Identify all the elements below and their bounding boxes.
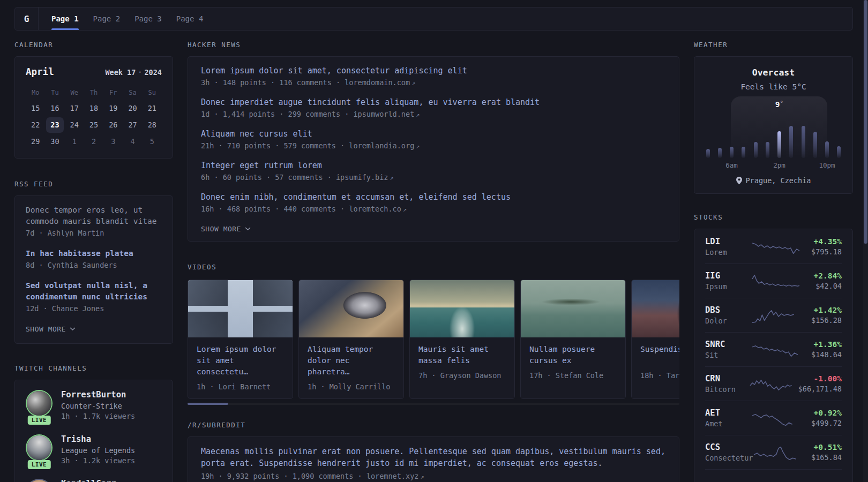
video-thumbnail (521, 280, 625, 337)
calendar-day: 24 (65, 117, 83, 133)
hn-item-title[interactable]: Donec imperdiet augue tincidunt felis al… (201, 97, 666, 108)
weekday-label: Mo (32, 86, 39, 100)
hn-item-meta: 16h · 468 points · 440 comments · loremt… (201, 204, 666, 215)
hn-item-title[interactable]: Lorem ipsum dolor sit amet, consectetur … (201, 65, 666, 76)
hn-meta-text: 16h · 468 points · 440 comments · loremt… (201, 205, 401, 213)
weekday-label: Th (90, 86, 98, 100)
stock-values: +1.36% $148.64 (800, 340, 842, 359)
stock-symbol: CRN (705, 374, 749, 383)
channel-info: Trisha League of Legends 3h · 1.2k viewe… (61, 434, 135, 465)
external-link-icon: ↗ (401, 206, 407, 213)
stock-row[interactable]: AHS +0.46% (705, 469, 842, 482)
chevron-down-icon (245, 227, 251, 231)
stock-name: Bitcorn (705, 385, 749, 394)
calendar-day-next-month: 2 (85, 134, 102, 149)
stock-row[interactable]: IIG Ipsum +2.84% $42.04 (705, 263, 842, 298)
channel-info: ForrestBurton Counter-Strike 1h · 1.7k v… (61, 390, 135, 420)
rss-item-title[interactable]: Donec tempor eros leo, ut commodo mauris… (26, 205, 162, 227)
channel-info: KendallCarr (61, 479, 116, 482)
stock-price: $156.28 (800, 316, 842, 325)
carousel-scrollbar-track (188, 403, 679, 405)
subreddit-heading: /R/SUBREDDIT (188, 421, 679, 430)
hacker-news-widget: Lorem ipsum dolor sit amet, consectetur … (188, 56, 679, 242)
stock-id: IIG Ipsum (705, 271, 751, 291)
calendar-day-next-month: 1 (65, 134, 83, 149)
rss-item-meta: 8d · Cynthia Saunders (26, 260, 162, 270)
stock-id: SNRC Sit (705, 340, 751, 359)
twitch-channel-row[interactable]: LIVE ForrestBurton Counter-Strike 1h · 1… (26, 390, 162, 420)
video-meta: 17h · Stefan Cole (529, 371, 617, 380)
hn-item-meta: 6h · 60 points · 57 comments · ipsumify.… (201, 172, 666, 183)
channel-name[interactable]: Trisha (61, 434, 135, 444)
stock-sparkline (751, 273, 800, 289)
tab-page-2[interactable]: Page 2 (93, 7, 121, 30)
stock-symbol: SNRC (705, 340, 751, 349)
rss-item-title[interactable]: In hac habitasse platea (26, 248, 162, 259)
video-title[interactable]: Mauris sit amet massa felis (418, 344, 506, 366)
tab-page-4[interactable]: Page 4 (176, 7, 204, 30)
hn-item-title[interactable]: Integer eget rutrum lorem (201, 160, 666, 171)
video-card[interactable]: Mauris sit amet massa felis 7h · Grayson… (409, 280, 515, 399)
stock-row[interactable]: SNRC Sit +1.36% $148.64 (705, 332, 842, 366)
video-card[interactable]: Aliquam tempor dolor nec pharetra… 1h · … (298, 280, 404, 399)
twitch-channel-row[interactable]: LIVE Trisha League of Legends 3h · 1.2k … (26, 434, 162, 465)
weekday-label: Sa (129, 86, 136, 100)
show-more-label: SHOW MORE (201, 225, 241, 233)
carousel-scrollbar-thumb[interactable] (188, 403, 228, 405)
calendar-day: 18 (85, 101, 102, 116)
hn-show-more-button[interactable]: SHOW MORE (201, 225, 251, 233)
stock-sparkline (749, 376, 798, 392)
external-link-icon: ↗ (414, 111, 420, 118)
calendar-day: 26 (104, 117, 122, 133)
hour-bar (766, 142, 769, 158)
calendar-day: 15 (27, 101, 44, 116)
rss-item-title[interactable]: Sed volutpat nulla nisl, a condimentum n… (26, 280, 162, 303)
app-logo: G (15, 7, 39, 30)
twitch-heading: TWITCH CHANNELS (14, 364, 173, 373)
weather-hourly-chart: 9° (706, 112, 841, 158)
stock-values: +0.92% $499.72 (800, 409, 842, 427)
external-link-icon: ↗ (418, 473, 424, 480)
rss-show-more-button[interactable]: SHOW MORE (26, 325, 76, 333)
calendar-day: 25 (85, 117, 102, 133)
calendar-widget: April Week 17·2024 Mo Tu We Th Fr Sa Su … (14, 56, 173, 159)
page-scrollbar-thumb[interactable] (864, 0, 867, 244)
video-card-body: Aliquam tempor dolor nec pharetra… 1h · … (299, 337, 403, 398)
stock-sparkline (751, 238, 800, 254)
stock-row[interactable]: CRN Bitcorn -1.00% $66,171.48 (705, 366, 842, 401)
channel-name[interactable]: ForrestBurton (61, 390, 135, 400)
hour-bar (718, 148, 722, 158)
stock-row[interactable]: CCS Consectetur +0.51% $165.84 (705, 435, 842, 469)
hacker-news-heading: HACKER NEWS (188, 41, 679, 49)
hour-bar (802, 126, 805, 158)
weather-time-axis: 6am 2pm 10pm (706, 161, 841, 170)
hn-item-title[interactable]: Aliquam nec cursus elit (201, 129, 666, 139)
tab-page-3[interactable]: Page 3 (134, 7, 162, 30)
channel-avatar-image (27, 391, 51, 416)
video-title[interactable]: Nullam posuere cursus ex (529, 344, 617, 366)
calendar-week: Week 17 (105, 68, 136, 77)
location-pin-icon (736, 177, 742, 184)
video-card[interactable]: Nullam posuere cursus ex 17h · Stefan Co… (520, 280, 626, 399)
stock-row[interactable]: AET Amet +0.92% $499.72 (705, 401, 842, 435)
video-card[interactable]: Suspendisse diam 18h · Tara (631, 280, 679, 399)
video-title[interactable]: Aliquam tempor dolor nec pharetra… (308, 344, 395, 378)
hn-item-title[interactable]: Donec enim nibh, condimentum et accumsan… (201, 192, 666, 202)
stock-name: Sit (705, 351, 751, 359)
twitch-channel-row[interactable]: KendallCarr (26, 479, 162, 482)
hn-item: Aliquam nec cursus elit 21h · 710 points… (201, 129, 666, 152)
channel-name[interactable]: KendallCarr (61, 479, 116, 482)
reddit-meta-text: 19h · 9,932 points · 1,090 comments · lo… (201, 472, 418, 480)
video-card[interactable]: Lorem ipsum dolor sit amet consectetu… 1… (188, 280, 293, 399)
degree-symbol: ° (780, 100, 784, 107)
calendar-day: 29 (27, 134, 44, 149)
video-title[interactable]: Lorem ipsum dolor sit amet consectetu… (197, 344, 284, 378)
reddit-post-title[interactable]: Maecenas mollis pulvinar erat non posuer… (201, 446, 666, 469)
stock-row[interactable]: LDI Lorem +4.35% $795.18 (705, 229, 842, 263)
left-column: CALENDAR April Week 17·2024 Mo Tu We Th … (14, 41, 173, 482)
calendar-day: 21 (143, 101, 161, 116)
stock-row[interactable]: DBS Dolor +1.42% $156.28 (705, 298, 842, 332)
channel-game: League of Legends (61, 446, 135, 455)
video-title[interactable]: Suspendisse diam (640, 344, 679, 366)
tab-page-1[interactable]: Page 1 (51, 7, 79, 30)
